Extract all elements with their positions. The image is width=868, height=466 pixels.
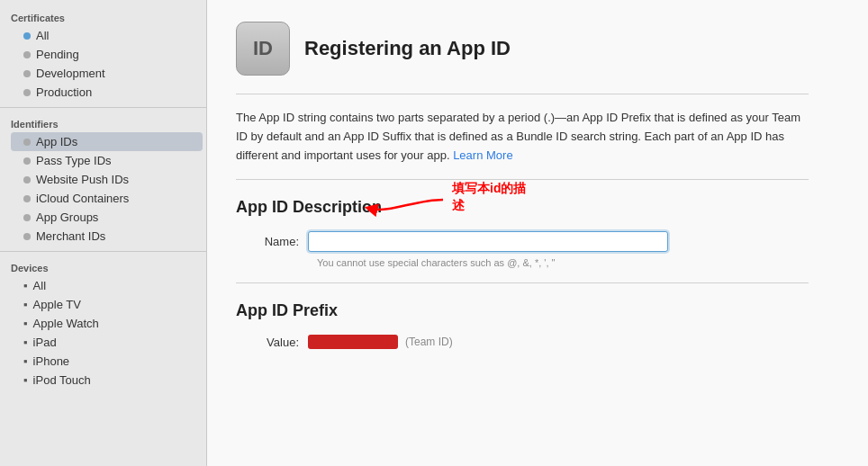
sidebar-item-pass-type-ids[interactable]: Pass Type IDs	[7, 151, 206, 170]
sidebar-item-label: Apple Watch	[33, 317, 99, 330]
divider	[0, 251, 206, 252]
sidebar-item-label: Pass Type IDs	[36, 154, 112, 167]
sidebar-item-label: Apple TV	[33, 298, 81, 311]
device-icon: ▪	[23, 298, 28, 311]
sidebar-item-label: All	[36, 29, 49, 42]
sidebar-item-pending[interactable]: Pending	[7, 45, 206, 64]
sidebar-item-label: All	[33, 279, 46, 292]
dot-icon	[23, 32, 31, 40]
sidebar-item-label: App Groups	[36, 211, 98, 224]
sidebar-item-label: Website Push IDs	[36, 173, 129, 186]
dot-icon	[23, 233, 31, 240]
description-text: The App ID string contains two parts sep…	[236, 109, 809, 165]
sidebar-item-label: iPad	[33, 336, 57, 349]
sidebar-item-label: Pending	[36, 48, 79, 61]
device-icon: ▪	[23, 373, 28, 387]
header-divider	[236, 94, 809, 94]
sidebar-item-ipod-touch[interactable]: ▪ iPod Touch	[7, 371, 206, 390]
sidebar-item-all[interactable]: All	[7, 26, 206, 45]
identifiers-section-header: Identifiers	[0, 113, 206, 132]
sidebar-item-development[interactable]: Development	[7, 64, 206, 83]
dot-icon	[23, 214, 31, 221]
sidebar-item-production[interactable]: Production	[7, 83, 206, 102]
sidebar-item-label: iPod Touch	[33, 373, 91, 387]
sidebar-item-label: App IDs	[36, 135, 77, 148]
sidebar-item-all-devices[interactable]: ▪ All	[7, 276, 206, 295]
certificates-group: All Pending Development Production	[0, 26, 206, 102]
name-label: Name:	[236, 231, 308, 248]
identifiers-group: App IDs Pass Type IDs Website Push IDs i…	[0, 132, 206, 246]
annotation-arrow	[362, 191, 452, 227]
form-divider	[236, 282, 809, 283]
sidebar-item-label: iCloud Containers	[36, 192, 129, 205]
divider	[0, 107, 206, 108]
sidebar-item-website-push-ids[interactable]: Website Push IDs	[7, 170, 206, 189]
dot-icon	[23, 195, 31, 202]
sidebar: Certificates All Pending Development Pro…	[0, 0, 207, 466]
dot-icon	[23, 51, 31, 58]
sidebar-item-label: Production	[36, 85, 92, 99]
sidebar-item-iphone[interactable]: ▪ iPhone	[7, 352, 206, 371]
dot-icon	[23, 70, 31, 77]
dot-icon	[23, 176, 31, 184]
description-divider	[236, 179, 809, 180]
sidebar-item-label: Merchant IDs	[36, 229, 105, 243]
annotation-text: 填写本id的描 述	[452, 180, 526, 212]
devices-group: ▪ All ▪ Apple TV ▪ Apple Watch ▪ iPad ▪ …	[0, 276, 206, 390]
dot-icon	[23, 157, 31, 165]
name-hint: You cannot use special characters such a…	[317, 257, 809, 268]
prefix-redacted-value	[308, 335, 398, 349]
prefix-tag: (Team ID)	[405, 336, 453, 348]
sidebar-item-app-groups[interactable]: App Groups	[7, 208, 206, 227]
name-field-row: Name:	[236, 231, 809, 252]
page-title: Registering an App ID	[304, 37, 511, 60]
app-id-prefix-section: App ID Prefix Value: (Team ID)	[236, 301, 809, 349]
dot-icon	[23, 89, 31, 96]
devices-section-header: Devices	[0, 257, 206, 276]
device-icon: ▪	[23, 336, 28, 349]
page-header: ID Registering an App ID	[236, 22, 809, 76]
sidebar-item-label: Development	[36, 67, 105, 80]
app-id-icon: ID	[236, 22, 290, 76]
device-icon: ▪	[23, 354, 28, 368]
certificates-section-header: Certificates	[0, 7, 206, 26]
sidebar-item-app-ids[interactable]: App IDs	[11, 132, 203, 151]
prefix-label: Value:	[236, 336, 308, 349]
dot-icon	[23, 139, 31, 146]
prefix-row: Value: (Team ID)	[236, 335, 809, 349]
sidebar-item-icloud-containers[interactable]: iCloud Containers	[7, 189, 206, 208]
device-icon: ▪	[23, 279, 28, 292]
sidebar-item-label: iPhone	[33, 354, 69, 368]
prefix-section-title: App ID Prefix	[236, 301, 809, 320]
sidebar-item-merchant-ids[interactable]: Merchant IDs	[7, 227, 206, 246]
name-input[interactable]	[308, 231, 668, 252]
sidebar-item-apple-tv[interactable]: ▪ Apple TV	[7, 295, 206, 314]
sidebar-item-apple-watch[interactable]: ▪ Apple Watch	[7, 314, 206, 333]
device-icon: ▪	[23, 317, 28, 330]
app-id-description-section: App ID Description 填写本id的描 述 Name:	[236, 198, 809, 268]
main-content: ID Registering an App ID The App ID stri…	[207, 0, 868, 466]
sidebar-item-ipad[interactable]: ▪ iPad	[7, 333, 206, 352]
learn-more-link[interactable]: Learn More	[453, 148, 512, 162]
form-section-title: App ID Description	[236, 198, 382, 217]
